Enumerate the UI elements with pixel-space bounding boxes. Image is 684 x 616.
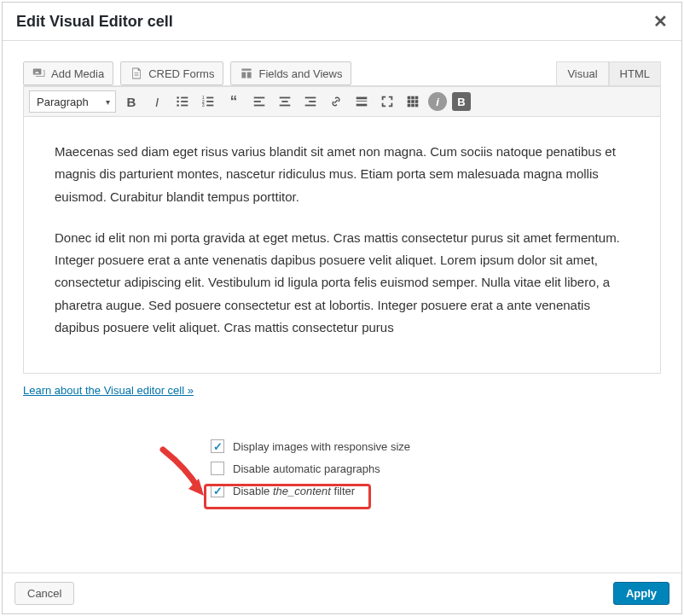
svg-rect-31 bbox=[411, 104, 414, 108]
svg-rect-12 bbox=[254, 97, 265, 99]
option-auto-paragraphs: Disable automatic paragraphs bbox=[211, 462, 661, 475]
form-icon bbox=[130, 67, 143, 80]
svg-rect-5 bbox=[181, 105, 188, 107]
option-responsive-images: Display images with responsive size bbox=[211, 439, 661, 453]
dialog-header: Edit Visual Editor cell ✕ bbox=[3, 3, 681, 41]
svg-point-4 bbox=[177, 104, 179, 107]
add-media-button[interactable]: Add Media bbox=[23, 61, 113, 85]
close-icon[interactable]: ✕ bbox=[653, 11, 668, 32]
svg-rect-26 bbox=[415, 96, 419, 100]
dialog: Edit Visual Editor cell ✕ Add Media CRED… bbox=[2, 2, 682, 614]
svg-point-2 bbox=[177, 101, 179, 103]
svg-rect-3 bbox=[181, 101, 188, 102]
tab-visual[interactable]: Visual bbox=[556, 61, 608, 85]
svg-rect-25 bbox=[411, 96, 414, 100]
bold-button[interactable]: B bbox=[121, 91, 142, 112]
align-left-button[interactable] bbox=[249, 91, 270, 112]
arrow-annotation bbox=[154, 445, 216, 506]
dialog-title: Edit Visual Editor cell bbox=[16, 13, 173, 31]
svg-rect-19 bbox=[309, 101, 316, 102]
svg-rect-13 bbox=[254, 101, 261, 102]
svg-rect-16 bbox=[281, 101, 287, 102]
learn-link[interactable]: Learn about the Visual editor cell » bbox=[23, 384, 194, 397]
views-icon bbox=[240, 67, 253, 80]
options-group: Display images with responsive size Disa… bbox=[211, 439, 661, 497]
paragraph: Donec id elit non mi porta gravida at eg… bbox=[55, 227, 629, 339]
tab-html[interactable]: HTML bbox=[609, 61, 661, 85]
align-center-button[interactable] bbox=[275, 91, 295, 112]
svg-rect-7 bbox=[206, 97, 213, 99]
media-icon bbox=[32, 67, 46, 80]
option-disable-filter: Disable the_content filter bbox=[211, 484, 661, 497]
bootstrap-icon[interactable]: B bbox=[452, 92, 471, 111]
blockquote-button[interactable]: “ bbox=[223, 91, 244, 112]
svg-rect-14 bbox=[254, 105, 265, 107]
svg-rect-11 bbox=[206, 105, 213, 107]
svg-rect-15 bbox=[280, 97, 291, 99]
svg-marker-33 bbox=[188, 479, 204, 496]
toolset-icon[interactable]: i bbox=[428, 92, 447, 111]
cred-forms-button[interactable]: CRED Forms bbox=[120, 61, 223, 85]
bullet-list-button[interactable] bbox=[172, 91, 193, 112]
insert-more-button[interactable] bbox=[351, 91, 372, 112]
italic-button[interactable]: I bbox=[147, 91, 167, 112]
checkbox-autoparagraphs[interactable] bbox=[211, 462, 224, 475]
fields-views-button[interactable]: Fields and Views bbox=[230, 61, 351, 85]
paragraph: Maecenas sed diam eget risus varius blan… bbox=[55, 141, 629, 208]
editor-toolbar: Paragraph B I 123 “ i B bbox=[23, 86, 661, 116]
svg-rect-28 bbox=[411, 100, 414, 103]
svg-rect-1 bbox=[181, 97, 188, 99]
format-select[interactable]: Paragraph bbox=[29, 90, 116, 113]
svg-rect-30 bbox=[408, 104, 411, 108]
svg-rect-21 bbox=[356, 97, 368, 100]
option-label: Disable the_content filter bbox=[233, 485, 355, 497]
svg-rect-20 bbox=[305, 105, 316, 107]
align-right-button[interactable] bbox=[300, 91, 321, 112]
svg-text:3: 3 bbox=[202, 102, 205, 108]
svg-point-0 bbox=[177, 96, 179, 99]
toolbar-toggle-button[interactable] bbox=[403, 91, 423, 112]
editor-content[interactable]: Maecenas sed diam eget risus varius blan… bbox=[23, 116, 661, 374]
svg-rect-18 bbox=[305, 97, 316, 99]
checkbox-responsive[interactable] bbox=[211, 439, 224, 453]
svg-rect-17 bbox=[280, 105, 291, 107]
numbered-list-button[interactable]: 123 bbox=[198, 91, 218, 112]
svg-rect-29 bbox=[415, 100, 419, 103]
checkbox-filter[interactable] bbox=[211, 484, 224, 497]
link-button[interactable] bbox=[326, 91, 346, 112]
apply-button[interactable]: Apply bbox=[613, 582, 670, 605]
dialog-footer: Cancel Apply bbox=[3, 572, 681, 613]
cancel-button[interactable]: Cancel bbox=[14, 582, 74, 605]
option-label: Disable automatic paragraphs bbox=[233, 462, 380, 475]
svg-rect-23 bbox=[356, 104, 368, 107]
fullscreen-button[interactable] bbox=[377, 91, 397, 112]
svg-rect-24 bbox=[408, 96, 411, 100]
option-label: Display images with responsive size bbox=[233, 440, 410, 453]
dialog-body: Add Media CRED Forms Fields and Views Vi… bbox=[3, 41, 681, 572]
svg-rect-32 bbox=[415, 104, 419, 108]
svg-rect-22 bbox=[356, 101, 368, 102]
svg-rect-27 bbox=[408, 100, 411, 103]
svg-rect-9 bbox=[206, 101, 213, 102]
